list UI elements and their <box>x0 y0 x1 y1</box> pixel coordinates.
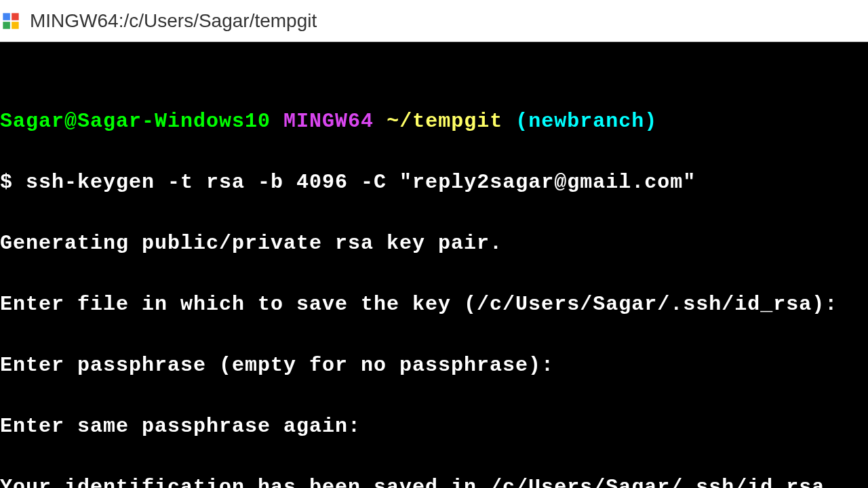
output-line: Enter file in which to save the key (/c/… <box>0 289 868 320</box>
command-text: ssh-keygen -t rsa -b 4096 -C "reply2saga… <box>26 171 696 194</box>
title-bar: MINGW64:/c/Users/Sagar/tempgit <box>0 0 868 42</box>
prompt-user-host: Sagar@Sagar-Windows10 <box>0 110 271 133</box>
window-title: MINGW64:/c/Users/Sagar/tempgit <box>30 10 317 32</box>
svg-rect-1 <box>12 13 18 20</box>
output-line: Enter same passphrase again: <box>0 411 868 442</box>
svg-rect-3 <box>12 22 18 28</box>
prompt-symbol: $ <box>0 171 13 194</box>
svg-rect-0 <box>3 13 10 20</box>
command-line: $ ssh-keygen -t rsa -b 4096 -C "reply2sa… <box>0 167 868 198</box>
svg-rect-2 <box>3 22 10 28</box>
prompt-path: ~/tempgit <box>387 110 502 133</box>
output-line: Enter passphrase (empty for no passphras… <box>0 350 868 381</box>
output-line: Generating public/private rsa key pair. <box>0 228 868 259</box>
terminal-area[interactable]: Sagar@Sagar-Windows10 MINGW64 ~/tempgit … <box>0 42 868 488</box>
prompt-branch: (newbranch) <box>515 110 657 133</box>
output-line: Your identification has been saved in /c… <box>0 472 868 488</box>
prompt-line: Sagar@Sagar-Windows10 MINGW64 ~/tempgit … <box>0 106 868 137</box>
prompt-env: MINGW64 <box>283 110 374 133</box>
app-icon <box>1 12 20 30</box>
